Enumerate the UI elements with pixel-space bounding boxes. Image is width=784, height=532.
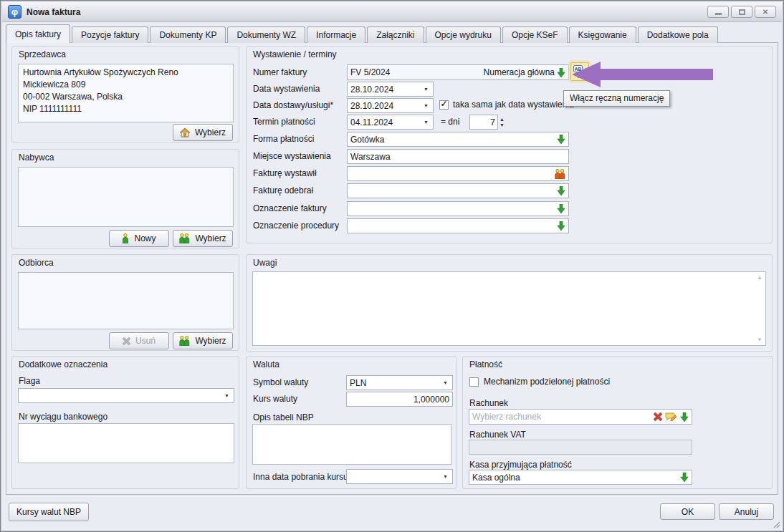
green-arrow-down-icon[interactable]	[557, 221, 565, 231]
seller-info-box: Hurtownia Artykułów Spożywczych Reno Mic…	[18, 64, 234, 122]
cash-register-dropdown[interactable]: Kasa ogólna	[469, 470, 692, 485]
bank-statement-input[interactable]	[18, 423, 234, 463]
account-field[interactable]: Wybierz rachunek	[469, 409, 692, 425]
currency-rate-field[interactable]: 1,000000	[346, 392, 453, 407]
recipient-delete-button[interactable]: Usuń	[109, 332, 169, 349]
split-payment-checkbox[interactable]	[469, 377, 479, 387]
scroll-up-icon[interactable]: ▲	[757, 274, 763, 281]
invoice-number-field[interactable]: FV 5/2024 Numeracja główna	[347, 64, 569, 80]
spin-down-icon[interactable]: ▼	[499, 122, 505, 128]
resize-grip[interactable]	[772, 520, 780, 528]
nbp-rates-button[interactable]: Kursy walut NBP	[9, 503, 89, 521]
chevron-down-icon[interactable]: ▼	[223, 393, 231, 398]
bank-statement-label: Nr wyciągu bankowego	[19, 412, 107, 422]
close-icon: ✕	[763, 8, 768, 16]
ok-label: OK	[682, 507, 694, 517]
extra-markings-title: Dodatkowe oznaczenia	[19, 359, 107, 369]
tooltip-text: Włącz ręczną numerację	[570, 93, 664, 103]
delivery-date-dropdown[interactable]: 28.10.2024 ▼	[347, 98, 434, 113]
chevron-down-icon[interactable]: ▼	[441, 474, 449, 479]
green-arrow-down-icon[interactable]	[557, 186, 565, 195]
vat-account-label: Rachunek VAT	[469, 430, 526, 440]
payment-title: Płatność	[469, 359, 502, 369]
people-icon	[179, 336, 190, 346]
invoice-number-value: FV 5/2024	[350, 67, 390, 77]
other-rate-date-dropdown[interactable]: ▼	[346, 469, 453, 484]
people-orange-icon[interactable]	[555, 169, 565, 179]
due-date-dropdown[interactable]: 04.11.2024 ▼	[347, 115, 434, 130]
green-arrow-down-icon[interactable]	[680, 412, 689, 422]
other-rate-date-label: Inna data pobrania kursu	[253, 472, 348, 482]
edit-note-icon[interactable]	[665, 412, 677, 422]
cash-register-label: Kasa przyjmująca płatność	[469, 460, 572, 470]
tab-strip: Opis faktury Pozycje faktury Dokumenty K…	[6, 24, 720, 43]
account-placeholder: Wybierz rachunek	[472, 412, 541, 422]
recipient-group: Odbiorca Usuń Wybierz	[11, 254, 239, 351]
maximize-button[interactable]	[731, 6, 752, 18]
tab-ksiegowanie[interactable]: Księgowanie	[569, 26, 636, 43]
tab-informacje[interactable]: Informacje	[307, 26, 365, 43]
tab-zalaczniki[interactable]: Załączniki	[367, 26, 424, 43]
currency-group: Waluta Symbol waluty PLN ▼ Kurs waluty 1…	[246, 356, 456, 489]
nbp-table-input[interactable]	[252, 424, 451, 465]
issue-date-value: 28.10.2024	[350, 84, 393, 95]
procedure-marking-dropdown[interactable]	[347, 218, 569, 233]
received-by-dropdown[interactable]	[347, 183, 569, 198]
issue-date-dropdown[interactable]: 28.10.2024 ▼	[347, 82, 434, 97]
seller-choose-button[interactable]: Wybierz	[173, 124, 233, 141]
chevron-down-icon[interactable]: ▼	[422, 120, 430, 125]
days-equals-label: = dni	[441, 117, 459, 127]
currency-title: Waluta	[253, 359, 279, 369]
recipient-delete-label: Usuń	[135, 336, 156, 346]
app-icon: φ	[8, 5, 21, 19]
green-arrow-down-icon[interactable]	[557, 68, 565, 77]
days-spinner[interactable]: 7 ▲ ▼	[469, 115, 505, 130]
notes-input[interactable]: ▲ ▼	[252, 271, 766, 346]
green-arrow-down-icon[interactable]	[557, 135, 565, 144]
tab-dokumenty-wz[interactable]: Dokumenty WZ	[227, 26, 305, 43]
tab-opis-faktury[interactable]: Opis faktury	[6, 24, 70, 43]
issue-place-field[interactable]: Warszawa	[347, 149, 569, 164]
close-button[interactable]: ✕	[755, 6, 776, 18]
payment-group: Płatność Mechanizm podzielonej płatności…	[462, 356, 773, 489]
spin-up-icon[interactable]: ▲	[499, 117, 505, 122]
currency-symbol-dropdown[interactable]: PLN ▼	[346, 375, 453, 390]
chevron-down-icon[interactable]: ▼	[441, 380, 449, 385]
issue-place-value: Warszawa	[350, 152, 391, 162]
scroll-down-icon[interactable]: ▼	[757, 337, 763, 343]
buyer-new-button[interactable]: Nowy	[109, 230, 169, 247]
minimize-button[interactable]	[707, 6, 729, 18]
recipient-choose-button[interactable]: Wybierz	[173, 332, 233, 349]
tab-dokumenty-kp[interactable]: Dokumenty KP	[150, 26, 226, 43]
chevron-down-icon[interactable]: ▼	[422, 87, 430, 92]
cancel-button[interactable]: Anuluj	[719, 503, 774, 520]
recipient-info-box	[18, 272, 234, 329]
days-value[interactable]: 7	[469, 115, 498, 130]
seller-name: Hurtownia Artykułów Spożywczych Reno	[19, 64, 233, 79]
green-arrow-down-icon[interactable]	[680, 473, 689, 482]
currency-symbol-value: PLN	[350, 378, 366, 388]
payment-form-value: Gotówka	[350, 135, 384, 145]
issue-place-label: Miejsce wystawienia	[253, 151, 331, 161]
due-date-label: Termin płatności	[253, 117, 315, 127]
cancel-label: Anuluj	[735, 507, 758, 517]
tab-opcje-ksef[interactable]: Opcje KSeF	[502, 26, 568, 43]
tab-pozycje-faktury[interactable]: Pozycje faktury	[72, 26, 148, 43]
due-date-value: 04.11.2024	[350, 117, 393, 127]
green-arrow-down-icon[interactable]	[557, 204, 565, 213]
chevron-down-icon[interactable]: ▼	[422, 103, 430, 108]
tab-dodatkowe-pola[interactable]: Dodatkowe pola	[638, 26, 718, 43]
maximize-icon	[739, 9, 745, 15]
invoice-marking-dropdown[interactable]	[347, 201, 569, 216]
payment-form-dropdown[interactable]: Gotówka	[347, 132, 569, 147]
clear-x-icon[interactable]	[654, 412, 662, 421]
payment-form-label: Forma płatności	[253, 134, 314, 144]
issued-by-field[interactable]	[347, 166, 569, 181]
flag-dropdown[interactable]: ▼	[18, 388, 234, 403]
tab-opcje-wydruku[interactable]: Opcje wydruku	[426, 26, 501, 43]
window-title: Nowa faktura	[27, 7, 80, 17]
ok-button[interactable]: OK	[660, 503, 715, 520]
buyer-choose-button[interactable]: Wybierz	[173, 230, 233, 247]
same-date-checkbox[interactable]: ✓	[439, 100, 449, 110]
split-payment-row: Mechanizm podzielonej płatności	[469, 377, 610, 387]
